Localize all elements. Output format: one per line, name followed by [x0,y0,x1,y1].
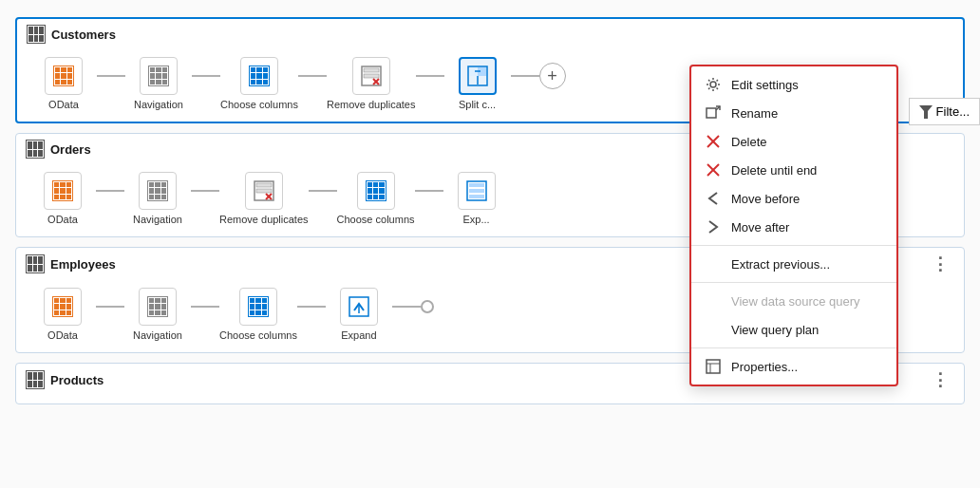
separator-1 [691,245,896,246]
step-navigation-1[interactable]: Navigation [125,57,192,110]
step-icon-nav-1[interactable] [140,57,178,95]
connector-1-1 [97,75,125,77]
step-removedup-2[interactable]: Remove duplicates [219,172,309,225]
menu-item-move-after[interactable]: Move after [691,213,896,241]
datasource-icon [705,292,722,310]
more-btn-products[interactable]: ⋮ [926,369,954,390]
menu-label-view-query-plan: View query plan [731,323,819,337]
svg-rect-17 [469,189,484,193]
step-label-choosecol-2: Choose columns [337,214,415,225]
step-label-nav-2: Navigation [133,214,182,225]
step-label-odata-2: OData [47,214,78,225]
choosecol-icon-1 [249,66,270,86]
svg-rect-18 [469,195,484,198]
separator-2 [691,282,896,283]
step-icon-odata-1[interactable] [45,57,83,95]
choosecol-icon-2 [366,180,386,201]
menu-label-view-datasource: View data source query [731,294,860,309]
table-icon-orders [26,140,45,159]
step-label-nav-1: Navigation [134,99,183,110]
menu-item-delete[interactable]: Delete [691,127,896,156]
menu-item-properties[interactable]: Properties... [691,352,896,381]
step-label-removedup-2: Remove duplicates [219,214,309,225]
menu-item-view-datasource: View data source query [691,287,896,315]
end-circle-employees [421,300,434,313]
nav-icon-2 [147,180,168,201]
step-icon-expand-3[interactable] [340,288,378,326]
step-label-choosecol-3: Choose columns [219,329,297,341]
step-label-expand-2: Exp... [462,214,489,225]
main-area: Customers [0,0,980,488]
extract-icon [705,255,722,272]
connector-2-3 [309,190,337,192]
step-icon-choosecol-3[interactable] [239,288,277,326]
x-red-icon-delete-end [705,161,722,178]
menu-item-move-before[interactable]: Move before [691,184,896,213]
step-expand-2[interactable]: Exp... [443,172,510,225]
step-label-odata-3: OData [47,329,78,341]
menu-label-properties: Properties... [731,360,798,374]
step-choosecol-3[interactable]: Choose columns [219,288,297,341]
removedup-icon-1 [361,66,382,86]
menu-item-rename[interactable]: Rename [691,99,896,127]
step-label-removedup-1: Remove duplicates [327,99,416,110]
step-choosecol-1[interactable]: Choose columns [220,57,298,110]
splitcol-icon-1 [467,66,488,86]
table-icon-employees [26,254,45,273]
panel-title-products: Products [50,373,104,387]
connector-1-5 [511,75,539,77]
step-icon-splitcol-1[interactable] [459,57,497,95]
expand-icon-3 [349,296,369,317]
step-label-nav-3: Navigation [133,329,182,341]
gear-icon [705,76,722,93]
filter-icon [919,105,933,119]
step-label-splitcol-1: Split c... [459,99,496,110]
step-label-choosecol-1: Choose columns [220,99,298,110]
choosecol-icon-3 [248,296,269,317]
step-nav-2[interactable]: Navigation [124,172,191,225]
connector-2-4 [415,190,443,192]
step-removedup-1[interactable]: Remove duplicates [327,57,416,110]
step-label-expand-3: Expand [341,329,376,341]
filter-label: Filte... [936,104,970,119]
connector-1-3 [298,75,327,77]
panel-title-customers: Customers [51,28,116,42]
svg-rect-11 [256,183,272,187]
expand-icon-2 [466,180,487,201]
menu-item-delete-until-end[interactable]: Delete until end [691,156,896,184]
step-odata-1[interactable]: OData [30,57,97,110]
step-icon-expand-2[interactable] [458,172,496,210]
svg-point-22 [710,82,716,87]
add-step-btn-customers[interactable]: + [539,63,566,89]
svg-rect-1 [364,68,379,72]
menu-item-extract-previous[interactable]: Extract previous... [691,250,896,278]
x-red-icon-delete [705,133,722,150]
menu-label-delete-until-end: Delete until end [731,163,817,178]
step-icon-choosecol-1[interactable] [240,57,278,95]
svg-rect-29 [707,360,720,373]
menu-label-move-after: Move after [731,220,789,235]
properties-table-icon [705,358,722,375]
step-odata-3[interactable]: OData [29,288,96,341]
step-icon-nav-2[interactable] [139,172,177,210]
step-icon-removedup-1[interactable] [352,57,390,95]
step-icon-choosecol-2[interactable] [357,172,395,210]
context-menu: Edit settings Rename Delete Delete until… [689,65,898,386]
step-icon-odata-2[interactable] [44,172,82,210]
step-nav-3[interactable]: Navigation [124,288,191,341]
menu-item-edit-settings[interactable]: Edit settings [691,70,896,99]
step-choosecol-2[interactable]: Choose columns [337,172,415,225]
step-splitcol-1[interactable]: Split c... [444,57,511,110]
more-btn-employees[interactable]: ⋮ [926,253,954,274]
step-odata-2[interactable]: OData [29,172,96,225]
step-icon-odata-3[interactable] [44,288,82,326]
menu-label-edit-settings: Edit settings [731,78,799,92]
step-icon-removedup-2[interactable] [245,172,283,210]
step-icon-nav-3[interactable] [139,288,177,326]
menu-item-view-query-plan[interactable]: View query plan [691,315,896,344]
connector-1-4 [416,75,444,77]
connector-1-2 [192,75,220,77]
step-expand-3[interactable]: Expand [326,288,392,341]
connector-3-2 [191,306,219,308]
filter-button[interactable]: Filte... [909,98,980,125]
